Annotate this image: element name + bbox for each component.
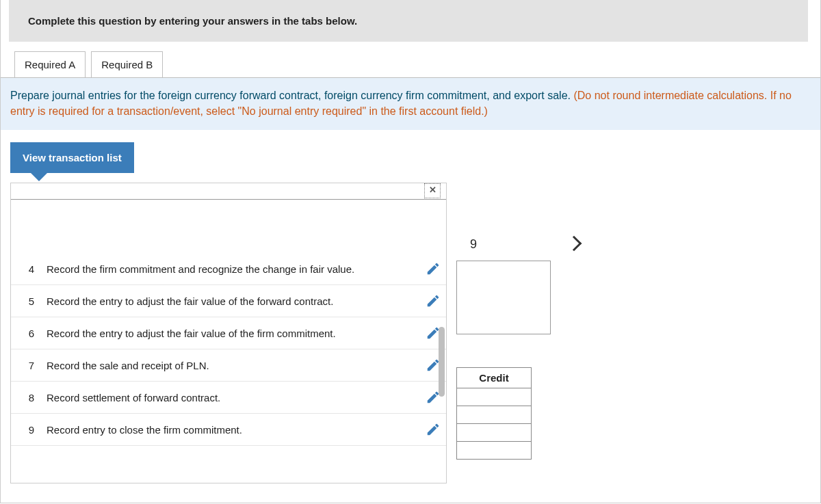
credit-table: Credit (456, 367, 532, 460)
tab-required-a[interactable]: Required A (14, 51, 86, 77)
pager: 9 (470, 237, 579, 252)
view-transaction-list-button[interactable]: View transaction list (10, 142, 134, 173)
transaction-num: 5 (22, 295, 34, 307)
tab-required-b[interactable]: Required B (91, 51, 163, 77)
chevron-right-icon[interactable] (569, 238, 579, 251)
transaction-desc: Record entry to close the firm commitmen… (47, 423, 413, 437)
transaction-row[interactable]: 4 Record the firm commitment and recogni… (11, 253, 446, 285)
prompt-main: Prepare journal entries for the foreign … (10, 90, 573, 101)
pager-current: 9 (470, 237, 477, 252)
credit-cell[interactable] (457, 442, 532, 460)
pencil-icon[interactable] (426, 261, 441, 276)
tab-strip: Required A Required B (14, 51, 820, 77)
prompt-panel: Prepare journal entries for the foreign … (1, 77, 820, 130)
transaction-row[interactable]: 6 Record the entry to adjust the fair va… (11, 317, 446, 349)
transaction-num: 7 (22, 360, 34, 371)
credit-cell[interactable] (457, 388, 532, 406)
close-icon[interactable]: ✕ (424, 183, 441, 198)
pencil-icon[interactable] (426, 422, 441, 437)
instruction-bar: Complete this question by entering your … (9, 0, 808, 42)
scrollbar-thumb[interactable] (439, 327, 445, 397)
instruction-text: Complete this question by entering your … (28, 15, 357, 27)
transaction-row[interactable]: 9 Record entry to close the firm commitm… (11, 414, 446, 446)
transaction-desc: Record the sale and receipt of PLN. (47, 358, 413, 373)
transaction-num: 6 (22, 328, 34, 339)
transaction-row[interactable]: 8 Record settlement of forward contract. (11, 382, 446, 414)
transaction-list: 4 Record the firm commitment and recogni… (11, 253, 446, 446)
transaction-row[interactable]: 5 Record the entry to adjust the fair va… (11, 285, 446, 317)
credit-cell[interactable] (457, 424, 532, 442)
transaction-num: 8 (22, 392, 34, 403)
entry-input-box[interactable] (456, 261, 551, 334)
transaction-desc: Record the firm commitment and recognize… (47, 262, 413, 276)
credit-cell[interactable] (457, 406, 532, 424)
transaction-list-panel: ✕ 4 Record the firm commitment and recog… (10, 183, 447, 483)
transaction-desc: Record settlement of forward contract. (47, 390, 413, 405)
transaction-desc: Record the entry to adjust the fair valu… (47, 326, 413, 341)
transaction-num: 9 (22, 424, 34, 436)
transaction-row[interactable]: 7 Record the sale and receipt of PLN. (11, 349, 446, 382)
credit-header: Credit (457, 368, 532, 388)
transaction-num: 4 (22, 263, 34, 275)
transaction-desc: Record the entry to adjust the fair valu… (47, 294, 413, 308)
pencil-icon[interactable] (426, 293, 441, 308)
